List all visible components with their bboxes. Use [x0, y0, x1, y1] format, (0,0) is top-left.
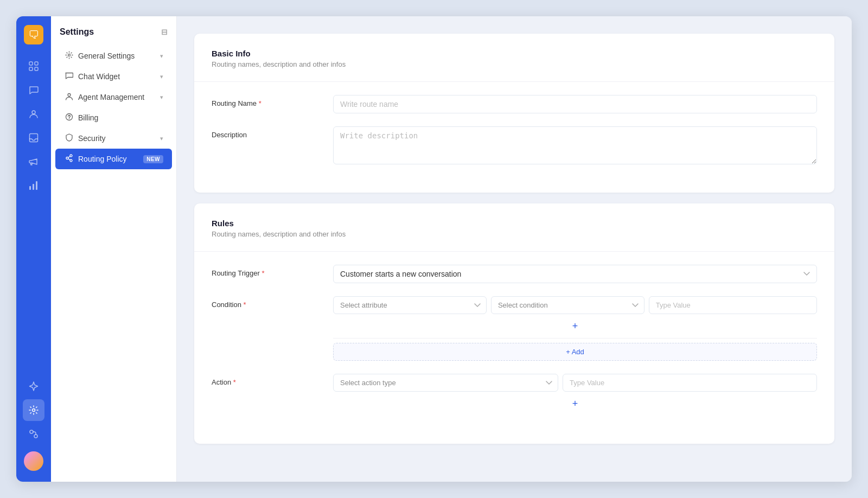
chat-widget-chevron: ▾	[160, 73, 163, 80]
sidebar-item-agent-management[interactable]: Agent Management ▾	[55, 87, 172, 107]
icon-rail: 🗨	[16, 16, 51, 482]
chat-widget-icon	[64, 72, 74, 81]
conditions-wrapper: Select attribute Select condition + + Ad…	[333, 296, 817, 361]
routing-name-input[interactable]	[333, 95, 817, 113]
svg-point-16	[70, 155, 72, 157]
agent-management-label: Agent Management	[78, 93, 156, 101]
general-settings-label: General Settings	[78, 52, 156, 60]
rail-settings-icon[interactable]	[23, 399, 44, 421]
action-required: *	[233, 378, 236, 386]
svg-point-9	[33, 409, 35, 412]
basic-info-title: Basic Info	[212, 49, 817, 58]
routing-policy-label: Routing Policy	[78, 155, 139, 163]
sidebar-item-chat-widget[interactable]: Chat Widget ▾	[55, 66, 172, 87]
routing-name-label: Routing Name *	[212, 95, 320, 107]
select-condition[interactable]: Select condition	[491, 296, 644, 314]
rail-sparkle-icon[interactable]	[23, 375, 44, 397]
svg-rect-8	[36, 181, 37, 190]
general-settings-icon	[64, 51, 74, 61]
main-content: Basic Info Routing names, description an…	[177, 16, 852, 482]
svg-point-10	[30, 430, 33, 433]
billing-label: Billing	[78, 113, 163, 122]
routing-trigger-row: Routing Trigger * Customer starts a new …	[212, 265, 817, 283]
security-label: Security	[78, 134, 156, 143]
sidebar-item-routing-policy[interactable]: Routing Policy NEW	[55, 149, 172, 169]
select-attribute[interactable]: Select attribute	[333, 296, 487, 314]
rail-megaphone-icon[interactable]	[23, 151, 44, 173]
routing-trigger-required: *	[262, 269, 265, 277]
svg-rect-6	[29, 186, 31, 190]
svg-rect-0	[29, 62, 33, 65]
svg-rect-2	[29, 67, 33, 71]
chat-widget-label: Chat Widget	[78, 72, 156, 81]
sidebar-item-billing[interactable]: Billing	[55, 107, 172, 128]
sidebar-toggle-icon[interactable]: ⊟	[161, 28, 168, 36]
condition-separator	[333, 338, 817, 339]
general-settings-chevron: ▾	[160, 53, 163, 60]
billing-icon	[64, 113, 74, 123]
routing-policy-badge: NEW	[143, 155, 163, 163]
svg-point-15	[66, 157, 68, 159]
action-type-value-input[interactable]	[563, 374, 817, 392]
svg-rect-3	[35, 67, 38, 71]
action-wrapper: Select action type +	[333, 374, 817, 416]
rules-card: Rules Routing names, description and oth…	[194, 203, 834, 444]
rail-integrations-icon[interactable]	[23, 423, 44, 445]
condition-label: Condition *	[212, 296, 320, 309]
action-plus-button[interactable]: +	[567, 396, 583, 411]
add-condition-button[interactable]: + Add	[333, 343, 817, 361]
svg-point-13	[68, 94, 71, 97]
user-avatar[interactable]	[24, 451, 43, 471]
sidebar-item-security[interactable]: Security ▾	[55, 128, 172, 149]
svg-point-12	[68, 54, 70, 56]
rules-divider	[194, 251, 834, 252]
basic-info-card: Basic Info Routing names, description an…	[194, 34, 834, 193]
rules-title: Rules	[212, 219, 817, 228]
basic-info-subtitle: Routing names, description and other inf…	[212, 60, 817, 68]
svg-point-14	[66, 114, 72, 120]
routing-trigger-select[interactable]: Customer starts a new conversationCustom…	[333, 265, 817, 283]
condition-row: Condition * Select attribute Select cond…	[212, 296, 817, 361]
routing-trigger-label: Routing Trigger *	[212, 265, 320, 277]
rail-inbox-icon[interactable]	[23, 127, 44, 149]
action-row: Action * Select action type +	[212, 374, 817, 416]
routing-policy-icon	[64, 154, 74, 164]
app-logo[interactable]: 🗨	[24, 25, 43, 44]
action-plus-row: +	[333, 396, 817, 411]
description-row: Description	[212, 126, 817, 164]
basic-info-divider	[194, 81, 834, 82]
svg-rect-7	[33, 184, 34, 190]
rail-chat-icon[interactable]	[23, 79, 44, 101]
rules-subtitle: Routing names, description and other inf…	[212, 230, 817, 238]
rail-contacts-icon[interactable]	[23, 103, 44, 125]
agent-management-icon	[64, 92, 74, 102]
select-action-type[interactable]: Select action type	[333, 374, 558, 392]
condition-inputs-row: Select attribute Select condition	[333, 296, 817, 314]
svg-point-11	[34, 435, 37, 438]
condition-type-value-input[interactable]	[649, 296, 817, 314]
rail-grid-icon[interactable]	[23, 55, 44, 77]
svg-point-17	[70, 159, 72, 162]
description-label: Description	[212, 126, 320, 139]
action-inputs-row: Select action type	[333, 374, 817, 392]
action-label: Action *	[212, 374, 320, 386]
svg-rect-1	[35, 62, 38, 65]
condition-plus-button[interactable]: +	[567, 318, 583, 334]
agent-management-chevron: ▾	[160, 94, 163, 101]
routing-name-required: *	[259, 99, 261, 107]
svg-point-4	[32, 111, 35, 114]
routing-name-row: Routing Name *	[212, 95, 817, 113]
sidebar-title: Settings ⊟	[51, 25, 176, 46]
security-chevron: ▾	[160, 135, 163, 142]
condition-required: *	[244, 301, 246, 309]
description-input[interactable]	[333, 126, 817, 164]
security-icon	[64, 133, 74, 143]
sidebar-item-general-settings[interactable]: General Settings ▾	[55, 46, 172, 66]
sidebar: Settings ⊟ General Settings ▾ Chat Widge…	[51, 16, 177, 482]
condition-plus-row: +	[333, 318, 817, 334]
rail-reports-icon[interactable]	[23, 175, 44, 196]
